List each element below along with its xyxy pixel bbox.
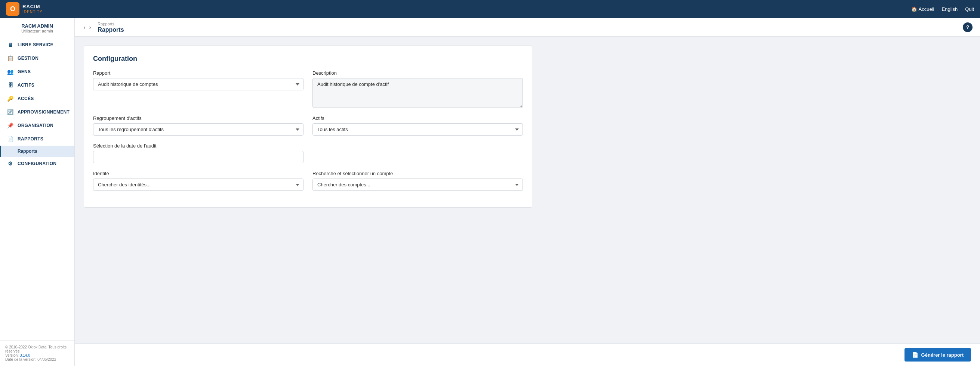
sidebar-item-configuration[interactable]: ⚙ CONFIGURATION [0,157,75,170]
actifs-select[interactable]: Tous les actifs [312,123,523,136]
sidebar-label-libre-service: LIBRE SERVICE [18,42,53,48]
footer-date: Date de la version: 04/05/2022 [5,357,69,361]
regroupement-select[interactable]: Tous les regroupement d'actifs [93,123,304,136]
breadcrumb: Rapports Rapports [97,21,124,33]
form-group-regroupement: Regroupement d'actifs Tous les regroupem… [93,116,304,136]
nav-back-button[interactable]: ‹ [82,24,87,31]
form-row-rapport: Rapport Audit historique de comptes Desc… [93,70,523,108]
quit-link[interactable]: Quit [965,6,974,12]
form-row-identite: Identité Chercher des identités... Reche… [93,171,523,191]
generate-icon: 📄 [912,352,918,358]
user-section: RACM ADMIN Utilisateur: admin [0,18,75,38]
sidebar-menu: 🖥 LIBRE SERVICE 📋 GESTION 👥 GENS 🗄 ACTIF… [0,38,75,340]
approvisionnement-icon: 🔄 [7,109,14,115]
top-nav-right: 🏠 Accueil English Quit [911,6,974,12]
sidebar-label-rapports: RAPPORTS [18,136,43,141]
form-group-actifs: Actifs Tous les actifs [312,116,523,136]
sidebar-sub-rapports[interactable]: Rapports [0,146,75,157]
sidebar-item-organisation[interactable]: 📌 ORGANISATION [0,119,75,132]
form-row-regroupement: Regroupement d'actifs Tous les regroupem… [93,116,523,136]
form-row-date: Sélection de la date de l'audit [93,143,523,163]
form-group-date: Sélection de la date de l'audit [93,143,304,163]
description-label: Description [312,70,523,76]
breadcrumb-parent: Rapports [97,22,115,26]
gens-icon: 👥 [7,69,14,75]
libre-service-icon: 🖥 [7,42,14,48]
sidebar-item-rapports[interactable]: 📄 RAPPORTS [0,132,75,146]
breadcrumb-nav-buttons: ‹ › [82,24,92,31]
app-logo: O RACIM IDENTITY [6,2,43,16]
date-input[interactable] [93,151,304,163]
rapports-icon: 📄 [7,136,14,142]
bottom-bar: 📄 Générer le rapport [75,343,980,366]
actifs-icon: 🗄 [7,82,14,88]
description-textarea[interactable]: Audit historique de compte d'actif [312,78,523,108]
actifs-label: Actifs [312,116,523,121]
config-card: Configuration Rapport Audit historique d… [84,46,532,208]
sidebar-label-gestion: GESTION [18,55,38,61]
rapport-select[interactable]: Audit historique de comptes [93,78,304,90]
organisation-icon: 📌 [7,122,14,128]
sidebar-label-acces: ACCÈS [18,96,34,101]
sidebar-item-gestion[interactable]: 📋 GESTION [0,52,75,65]
home-link[interactable]: 🏠 Accueil [911,6,934,12]
sidebar-label-organisation: ORGANISATION [18,123,53,128]
logo-icon: O [6,2,19,16]
gestion-icon: 📋 [7,55,14,61]
generate-button[interactable]: 📄 Générer le rapport [905,348,971,361]
form-group-description: Description Audit historique de compte d… [312,70,523,108]
logo-text: RACIM IDENTITY [22,4,43,13]
sidebar-label-actifs: ACTIFS [18,82,34,88]
sidebar-label-gens: GENS [18,69,31,74]
rapport-label: Rapport [93,70,304,76]
main-content: Configuration Rapport Audit historique d… [75,36,980,343]
version-link[interactable]: 3.14.0 [20,353,30,357]
sidebar-item-gens[interactable]: 👥 GENS [0,65,75,78]
breadcrumb-current: Rapports [97,27,124,33]
top-navigation: O RACIM IDENTITY 🏠 Accueil English Quit [0,0,980,18]
main-layout: RACM ADMIN Utilisateur: admin 🖥 LIBRE SE… [0,18,980,366]
form-group-compte: Recherche et sélectionner un compte Cher… [312,171,523,191]
acces-icon: 🔑 [7,96,14,101]
date-label: Sélection de la date de l'audit [93,143,304,149]
regroupement-label: Regroupement d'actifs [93,116,304,121]
user-name: RACM ADMIN [6,23,68,29]
sidebar-item-libre-service[interactable]: 🖥 LIBRE SERVICE [0,38,75,52]
nav-forward-button[interactable]: › [88,24,93,31]
sidebar-sub-rapports-label: Rapports [18,149,37,154]
home-icon: 🏠 [911,6,917,12]
sidebar: RACM ADMIN Utilisateur: admin 🖥 LIBRE SE… [0,18,75,366]
user-subtitle: Utilisateur: admin [6,29,68,33]
compte-select[interactable]: Chercher des comptes... [312,179,523,191]
form-group-rapport: Rapport Audit historique de comptes [93,70,304,108]
content-area: ‹ › Rapports Rapports ? Configuration Ra… [75,18,980,366]
sidebar-item-acces[interactable]: 🔑 ACCÈS [0,92,75,105]
sidebar-footer: © 2010-2022 Okiok Data. Tous droits rése… [0,340,75,366]
sidebar-item-actifs[interactable]: 🗄 ACTIFS [0,78,75,92]
footer-copyright: © 2010-2022 Okiok Data. Tous droits rése… [5,345,69,353]
breadcrumb-bar: ‹ › Rapports Rapports ? [75,18,980,36]
sidebar-label-approvisionnement: APPROVISIONNEMENT [18,109,70,115]
form-group-identite: Identité Chercher des identités... [93,171,304,191]
config-title: Configuration [93,55,523,63]
compte-label: Recherche et sélectionner un compte [312,171,523,176]
language-switcher[interactable]: English [942,6,958,12]
sidebar-item-approvisionnement[interactable]: 🔄 APPROVISIONNEMENT [0,105,75,119]
footer-version: Version: 3.14.0 [5,353,69,357]
identite-select[interactable]: Chercher des identités... [93,179,304,191]
configuration-icon: ⚙ [7,161,14,166]
identite-label: Identité [93,171,304,176]
generate-label: Générer le rapport [921,352,964,358]
sidebar-label-configuration: CONFIGURATION [18,161,56,166]
help-button[interactable]: ? [963,22,972,32]
